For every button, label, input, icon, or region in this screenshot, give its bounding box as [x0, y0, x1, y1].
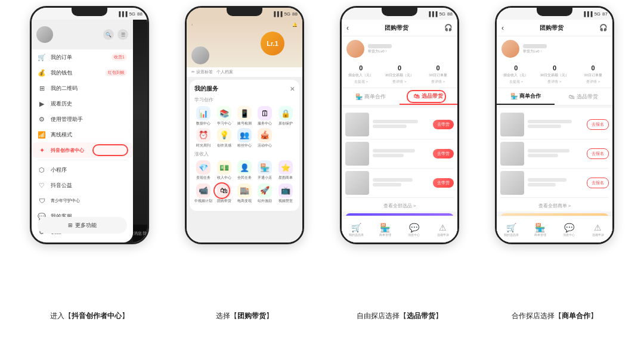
tab-merchant-4[interactable]: 🏪 商单合作 [497, 88, 555, 105]
product-btn-3[interactable]: 去带货 [433, 178, 454, 188]
service-group-buy[interactable]: 🛍 团购带货 [215, 184, 233, 203]
p4-stat-commission-link[interactable]: 去提现 > [509, 79, 523, 85]
p4-product-btn-2[interactable]: 去报名 [587, 148, 609, 159]
bottom-tab-merchant-mgmt[interactable]: 🏪 商单管理 [371, 216, 400, 242]
tab-merchant[interactable]: 🏪 商单合作 [342, 88, 400, 105]
p4-bottom-tab-appeal[interactable]: ⚠ 违规申诉 [584, 216, 613, 242]
menu-item-tools[interactable]: ⚙ 使用管理助手 [32, 111, 133, 127]
stat-commission-link[interactable]: 去提现 > [354, 79, 368, 85]
bottom-tab-message[interactable]: 💬 消息中心 [400, 216, 429, 242]
p1-background: 🔍 ☰ 🛒 我的订单 收货1 💰 [32, 20, 147, 242]
p4-product-btn-1[interactable]: 去报名 [587, 119, 609, 130]
search-icon[interactable]: 🔍 [103, 29, 114, 40]
menu-item-wallet[interactable]: 💰 我的钱包 红包到账 [32, 65, 133, 80]
p2-avatar [191, 46, 209, 64]
weekly-icon: ⏰ [196, 128, 210, 142]
menu-item-qrcode[interactable]: ⊞ 我的二维码 [32, 80, 133, 96]
p4-stat-sales-link[interactable]: 查详情 > [547, 79, 561, 85]
close-icon[interactable]: ✕ [290, 86, 295, 92]
menu-item-charity[interactable]: ♡ 抖音公益 [32, 178, 133, 193]
wallet-icon: 💰 [38, 69, 46, 77]
back-button-4[interactable]: ‹ [501, 24, 504, 32]
more-functions-button[interactable]: ⊞ 更多功能 [38, 217, 127, 234]
p4-product-name-blur-3 [528, 178, 566, 182]
charity-icon: ♡ [38, 181, 46, 189]
phone-4-content: ‹ 团购带货 🎧 带货力Lv0 ↑ [497, 20, 612, 242]
menu-item-history[interactable]: ▶ 观看历史 [32, 96, 133, 111]
bottom-tab-products[interactable]: 🛒 我的选品库 [342, 216, 371, 242]
p4-product-img-1 [500, 113, 524, 136]
phone-1-notch [72, 8, 107, 16]
menu-item-miniapp[interactable]: ⬡ 小程序 [32, 162, 133, 178]
p4-product-btn-3[interactable]: 去报名 [587, 178, 609, 188]
phones-row: ▐▐▐ 5G 88 🔍 ☰ [0, 0, 644, 306]
p4-stat-orders-label: 30日订单量 [584, 73, 602, 78]
service-weekly[interactable]: ⏰ 时光周刊 [194, 128, 212, 148]
service-original[interactable]: 🔒 原创保护 [277, 106, 295, 126]
service-reward[interactable]: 📺 视频赞赏 [277, 184, 295, 203]
wifi-icon: 5G [594, 11, 600, 17]
product-btn-2[interactable]: 去带货 [433, 149, 454, 158]
tab-select-products-4[interactable]: 🛍 选品带货 [555, 88, 612, 105]
menu-item-youth[interactable]: 🛡 青少年守护中心 [32, 193, 133, 209]
divider-1 [38, 160, 127, 160]
service-shop[interactable]: 🏪 开通小店 [256, 160, 274, 180]
service-fans[interactable]: 👥 粉丝中心 [236, 128, 253, 148]
back-icon[interactable]: ‹ [191, 23, 193, 27]
signal-icon: ▐▐▐ [582, 11, 592, 17]
stat-sales-label: 30日交易额（元） [385, 73, 414, 78]
menu-icon[interactable]: ☰ [117, 29, 128, 40]
mid-video-label: 中视频计划 [194, 199, 212, 203]
service-national[interactable]: 👤 全民任务 [236, 160, 253, 180]
view-all-products[interactable]: 查看全部选品 > [342, 200, 457, 212]
product-name-blur-3 [373, 178, 413, 182]
p2-nav: ‹ 🔔 [187, 20, 302, 30]
service-star[interactable]: ⭐ 星图商单 [277, 160, 295, 180]
more-icon: ⊞ [68, 222, 73, 228]
product-btn-1[interactable]: 去带货 [433, 120, 454, 129]
service-inspiration[interactable]: 💡 创作灵感 [215, 128, 233, 148]
service-activity[interactable]: 🎪 活动中心 [256, 128, 274, 148]
original-icon: 🔒 [278, 106, 293, 120]
notification-icon[interactable]: 🔔 [292, 23, 298, 27]
menu-item-creator-center[interactable]: ✦ 抖音创作者中心 [32, 142, 133, 158]
creator-icon: ✦ [38, 146, 46, 154]
headset-icon[interactable]: 🎧 [444, 24, 453, 32]
headset-icon-4[interactable]: 🎧 [599, 24, 608, 32]
service-service-center[interactable]: 🗓 服务中心 [256, 106, 274, 126]
label-3: 自由探店选择【选品带货】 [330, 311, 470, 333]
fans-icon: 👥 [237, 128, 252, 142]
profile-link[interactable]: 个人档案 [216, 69, 233, 75]
service-mid-video[interactable]: 📹 中视频计划 [194, 184, 212, 203]
stat-orders-link[interactable]: 查详情 > [431, 79, 445, 85]
product-detail-blur-3 [373, 183, 401, 186]
tab-select-products[interactable]: 🛍 选品带货 [400, 88, 457, 105]
p4-bottom-tab-merchant-mgmt[interactable]: 🏪 商单管理 [526, 216, 555, 242]
p3-profile: 带货力Lv0 ↑ [342, 36, 457, 61]
menu-item-offline[interactable]: 📶 离线模式 [32, 127, 133, 142]
phone-1-wrapper: ▐▐▐ 5G 88 🔍 ☰ [20, 6, 160, 244]
service-learn[interactable]: 📚 学习中心 [215, 106, 233, 126]
bottom-tab-appeal[interactable]: ⚠ 违规申诉 [429, 216, 458, 242]
service-cash[interactable]: 💎 变现任务 [194, 160, 212, 180]
stat-sales-link[interactable]: 查详情 > [392, 79, 406, 85]
service-external[interactable]: 🚀 站外激励 [256, 184, 274, 203]
learn-label: 学习中心 [217, 122, 231, 126]
p4-bottom-tab-products[interactable]: 🛒 我的选品库 [497, 216, 526, 242]
p4-background: ‹ 团购带货 🎧 带货力Lv0 ↑ [497, 20, 612, 242]
menu-item-orders[interactable]: 🛒 我的订单 收货1 [32, 49, 133, 65]
account-label: 账号检测 [237, 122, 252, 126]
service-income[interactable]: 💵 收入中心 [215, 160, 233, 180]
p4-stat-orders-link[interactable]: 查详情 > [586, 79, 600, 85]
p4-user-level: 带货力Lv0 ↑ [523, 49, 608, 54]
service-ecom[interactable]: 🏬 电商变现 [236, 184, 253, 203]
p3-user-info: 带货力Lv0 ↑ [368, 43, 453, 54]
wifi-icon: 5G [439, 11, 445, 17]
p4-view-all-products[interactable]: 查看全部商单 > [497, 200, 612, 212]
p4-bottom-tab-message[interactable]: 💬 消息中心 [555, 216, 584, 242]
service-account[interactable]: 📱 账号检测 [236, 106, 253, 126]
product-info-2 [373, 149, 429, 158]
back-button[interactable]: ‹ [346, 24, 349, 32]
settings-link[interactable]: ✏ 设置标签 [191, 69, 213, 75]
service-data-center[interactable]: 📊 数据中心 [194, 106, 212, 126]
